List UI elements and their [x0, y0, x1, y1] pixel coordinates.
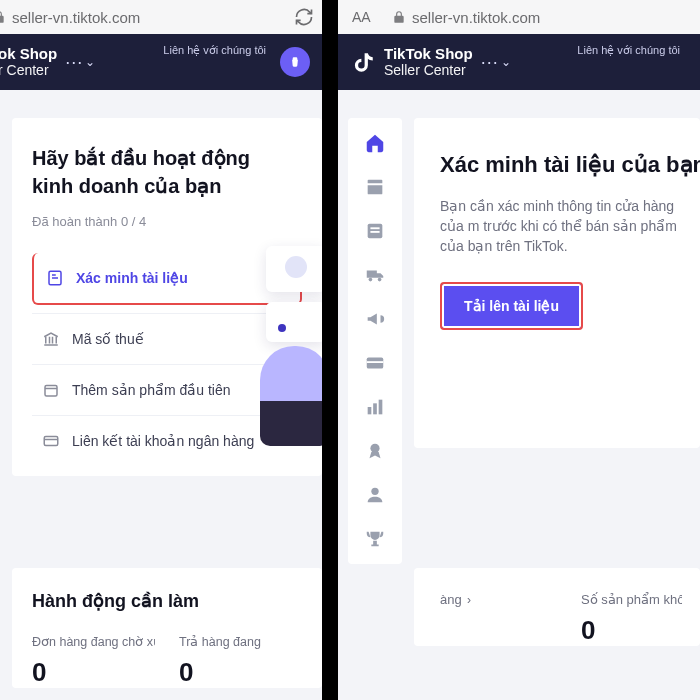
chevron-down-icon[interactable]: ⌄: [501, 55, 511, 69]
browser-url-bar-right: AA seller-vn.tiktok.com: [338, 0, 700, 34]
screen-divider: [322, 0, 338, 700]
svg-point-14: [371, 488, 378, 495]
verify-card: Xác minh tài liệu của bạn Bạn cần xác mi…: [414, 118, 700, 448]
step-label: Liên kết tài khoản ngân hàng: [72, 433, 254, 449]
contact-us-link[interactable]: Liên hệ với chúng tôi: [163, 44, 266, 56]
brand-line1: TikTok Shop: [384, 46, 473, 62]
illustration: [252, 232, 330, 452]
sidebar-item-marketing[interactable]: [364, 308, 386, 330]
onboarding-title: Hãy bắt đầu hoạt động kinh doanh của bạn: [32, 144, 262, 200]
stat-value: 0: [581, 615, 682, 646]
onboarding-progress: Đã hoàn thành 0 / 4: [32, 214, 302, 229]
svg-rect-4: [370, 227, 379, 229]
tiktok-logo-icon: [350, 49, 376, 75]
sidebar-item-home[interactable]: [364, 132, 386, 154]
contact-us-link[interactable]: Liên hệ với chúng tôi: [577, 44, 680, 56]
step-label: Mã số thuế: [72, 331, 144, 347]
browser-url-bar-left: seller-vn.tiktok.com: [0, 0, 322, 34]
svg-point-7: [378, 278, 382, 282]
screen-left: Hãy bắt đầu hoạt động kinh doanh của bạn…: [0, 90, 322, 700]
stat-invalid-products[interactable]: Số sản phẩm không vư… › 0: [581, 592, 682, 646]
svg-rect-2: [44, 437, 58, 446]
stat-pending-orders[interactable]: Đơn hàng đang chờ xử lý › 0: [32, 634, 155, 688]
stats-card-right: àng › Số sản phẩm không vư… › 0: [414, 568, 700, 646]
lock-icon: [392, 10, 406, 24]
top-nav-right: TikTok Shop Seller Center ··· ⌄ Liên hệ …: [338, 34, 700, 90]
ellipsis-icon[interactable]: ···: [65, 52, 83, 73]
todo-card: Hành động cần làm Đơn hàng đang chờ xử l…: [12, 568, 322, 688]
upload-documents-button[interactable]: Tải lên tài liệu: [440, 282, 583, 330]
svg-point-13: [370, 444, 379, 453]
svg-rect-11: [373, 403, 377, 414]
brand-line2: r Center: [0, 62, 57, 78]
svg-rect-12: [379, 400, 383, 415]
sidebar-item-analytics[interactable]: [364, 396, 386, 418]
stat-truncated-left[interactable]: àng ›: [440, 592, 541, 646]
svg-rect-5: [370, 231, 379, 233]
step-label: Thêm sản phẩm đầu tiên: [72, 382, 231, 398]
sidebar: [348, 118, 402, 564]
ellipsis-icon[interactable]: ···: [481, 52, 499, 73]
reader-aa[interactable]: AA: [352, 9, 392, 25]
stat-returns[interactable]: Trả hàng đang 0: [179, 634, 302, 688]
brand[interactable]: TikTok Shop Seller Center: [350, 46, 473, 78]
package-icon: [42, 381, 60, 399]
verify-title: Xác minh tài liệu của bạn: [440, 152, 680, 178]
avatar[interactable]: [280, 47, 310, 77]
screen-right: Xác minh tài liệu của bạn Bạn cần xác mi…: [338, 90, 700, 700]
stat-value: 0: [179, 657, 302, 688]
todo-title: Hành động cần làm: [32, 590, 302, 612]
sidebar-item-users[interactable]: [364, 484, 386, 506]
sidebar-item-products[interactable]: [364, 220, 386, 242]
refresh-icon[interactable]: [294, 7, 314, 27]
svg-rect-10: [368, 407, 372, 414]
sidebar-item-trophy[interactable]: [364, 528, 386, 550]
stat-value: 0: [32, 657, 155, 688]
step-label: Xác minh tài liệu: [76, 270, 188, 286]
top-nav-left: ok Shop r Center ··· ⌄ Liên hệ với chúng…: [0, 34, 322, 90]
sidebar-item-finance[interactable]: [364, 352, 386, 374]
sidebar-item-orders[interactable]: [364, 176, 386, 198]
verify-description: Bạn cần xác minh thông tin cửa hàng của …: [440, 196, 680, 256]
brand-line1: ok Shop: [0, 46, 57, 62]
chevron-down-icon[interactable]: ⌄: [85, 55, 95, 69]
lock-icon: [0, 10, 6, 24]
url-text: seller-vn.tiktok.com: [412, 9, 540, 26]
sidebar-item-rewards[interactable]: [364, 440, 386, 462]
brand[interactable]: ok Shop r Center: [0, 46, 57, 78]
bank-icon: [42, 330, 60, 348]
onboarding-card: Hãy bắt đầu hoạt động kinh doanh của bạn…: [12, 118, 322, 476]
svg-rect-1: [45, 386, 57, 397]
svg-point-6: [369, 278, 373, 282]
svg-rect-9: [367, 361, 384, 363]
card-icon: [42, 432, 60, 450]
document-check-icon: [46, 269, 64, 287]
url-text: seller-vn.tiktok.com: [12, 9, 140, 26]
chevron-right-icon: ›: [464, 593, 471, 607]
brand-line2: Seller Center: [384, 62, 473, 78]
sidebar-item-shipping[interactable]: [364, 264, 386, 286]
